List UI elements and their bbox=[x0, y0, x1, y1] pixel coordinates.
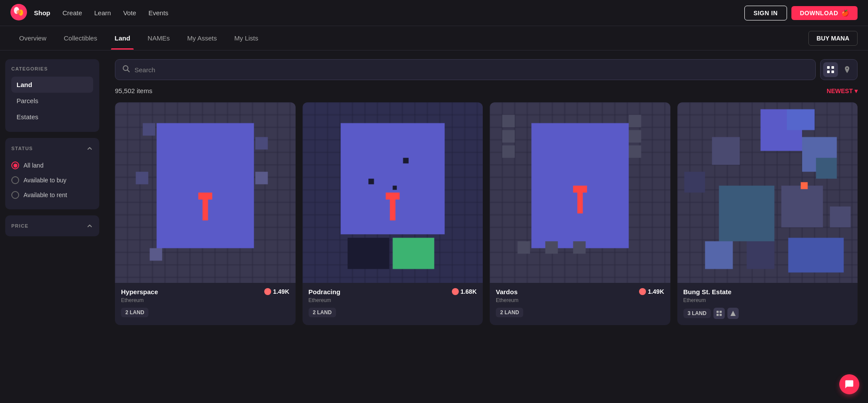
subnav-overview[interactable]: Overview bbox=[10, 27, 55, 50]
results-meta: 95,502 items NEWEST ▾ bbox=[115, 87, 858, 94]
card-badges-vardos: 2 LAND bbox=[496, 308, 664, 317]
mana-icon-podracing bbox=[452, 288, 459, 295]
card-body-hyperspace: Hyperspace 1.49K Ethereum 2 LAND bbox=[115, 283, 296, 323]
card-chain-hyperspace: Ethereum bbox=[121, 297, 289, 303]
mana-icon-hyperspace bbox=[264, 288, 271, 295]
card-name-vardos: Vardos bbox=[496, 288, 518, 296]
buy-mana-button[interactable]: BUY MANA bbox=[808, 31, 858, 46]
card-body-bung: Bung St. Estate Ethereum 3 LAND bbox=[677, 283, 858, 325]
card-name-bung: Bung St. Estate bbox=[683, 288, 732, 296]
subnav-land[interactable]: Land bbox=[106, 27, 139, 50]
subnav-names[interactable]: NAMEs bbox=[139, 27, 178, 50]
svg-rect-6 bbox=[831, 66, 834, 69]
grid-icon bbox=[827, 66, 834, 74]
download-button[interactable]: DOWNLOAD 🍎 bbox=[791, 6, 858, 20]
card-price-value-podracing: 1.68K bbox=[461, 288, 477, 295]
card-img-vardos bbox=[490, 102, 670, 283]
mana-icon-vardos bbox=[639, 288, 646, 295]
price-chevron-icon bbox=[86, 222, 93, 229]
search-view-row bbox=[115, 59, 858, 80]
categories-section: CATEGORIES Land Parcels Estates bbox=[5, 59, 99, 132]
card-price-hyperspace: 1.49K bbox=[264, 288, 289, 295]
cards-grid: Hyperspace 1.49K Ethereum 2 LAND bbox=[115, 102, 858, 325]
svg-rect-7 bbox=[827, 71, 830, 73]
subnav-collectibles[interactable]: Collectibles bbox=[55, 27, 106, 50]
radio-all-land bbox=[11, 161, 19, 169]
card-price-value-hyperspace: 1.49K bbox=[273, 288, 289, 295]
badge-land-bung: 3 LAND bbox=[683, 309, 711, 318]
map-canvas-vardos bbox=[490, 102, 670, 283]
card-title-row-vardos: Vardos 1.49K bbox=[496, 288, 664, 296]
card-price-podracing: 1.68K bbox=[452, 288, 477, 295]
sidebar: CATEGORIES Land Parcels Estates STATUS A… bbox=[0, 50, 104, 403]
badge-icon1-svg bbox=[716, 310, 722, 316]
svg-rect-5 bbox=[827, 66, 830, 69]
map-view-button[interactable] bbox=[840, 62, 855, 77]
content-area: 95,502 items NEWEST ▾ Hyperspace 1.4 bbox=[104, 50, 868, 403]
item-count: 95,502 items bbox=[115, 87, 152, 94]
svg-rect-9 bbox=[717, 311, 719, 313]
card-title-row-podracing: Podracing 1.68K bbox=[309, 288, 477, 296]
card-price-vardos: 1.49K bbox=[639, 288, 664, 295]
subnav-left: Overview Collectibles Land NAMEs My Asse… bbox=[10, 27, 808, 50]
category-land[interactable]: Land bbox=[11, 77, 93, 93]
top-nav: Shop Create Learn Vote Events SIGN IN DO… bbox=[0, 0, 868, 26]
nav-right: SIGN IN DOWNLOAD 🍎 bbox=[744, 6, 858, 20]
sort-label: NEWEST bbox=[827, 87, 853, 94]
nav-create[interactable]: Create bbox=[63, 9, 82, 17]
badge-icon1-bung bbox=[713, 308, 725, 319]
download-label: DOWNLOAD bbox=[800, 10, 838, 17]
nav-events[interactable]: Events bbox=[148, 9, 168, 17]
signin-button[interactable]: SIGN IN bbox=[744, 6, 787, 20]
card-name-hyperspace: Hyperspace bbox=[121, 288, 158, 296]
card-img-hyperspace bbox=[115, 102, 296, 283]
card-chain-vardos: Ethereum bbox=[496, 297, 664, 303]
card-podracing[interactable]: Podracing 1.68K Ethereum 2 LAND bbox=[303, 102, 483, 325]
status-all-land[interactable]: All land bbox=[11, 158, 93, 173]
nav-vote[interactable]: Vote bbox=[123, 9, 136, 17]
svg-rect-8 bbox=[831, 71, 834, 73]
search-bar bbox=[115, 59, 816, 80]
chat-button[interactable] bbox=[839, 374, 859, 394]
card-badges-hyperspace: 2 LAND bbox=[121, 308, 289, 317]
search-icon bbox=[122, 65, 130, 74]
category-estates[interactable]: Estates bbox=[11, 109, 93, 125]
status-available-buy[interactable]: Available to buy bbox=[11, 173, 93, 188]
view-toggle bbox=[820, 59, 858, 80]
nav-learn[interactable]: Learn bbox=[94, 9, 111, 17]
card-name-podracing: Podracing bbox=[309, 288, 340, 296]
subnav-my-assets[interactable]: My Assets bbox=[178, 27, 225, 50]
subnav-my-lists[interactable]: My Lists bbox=[225, 27, 267, 50]
card-hyperspace[interactable]: Hyperspace 1.49K Ethereum 2 LAND bbox=[115, 102, 296, 325]
badge-icon2-svg bbox=[730, 310, 736, 316]
price-title: PRICE bbox=[11, 223, 29, 228]
status-title: STATUS bbox=[11, 146, 33, 151]
sort-dropdown[interactable]: NEWEST ▾ bbox=[827, 87, 858, 94]
card-body-vardos: Vardos 1.49K Ethereum 2 LAND bbox=[490, 283, 670, 323]
card-title-row-bung: Bung St. Estate bbox=[683, 288, 852, 296]
status-section: STATUS All land Available to buy Availab… bbox=[5, 138, 99, 209]
status-all-label: All land bbox=[24, 162, 44, 169]
main-layout: CATEGORIES Land Parcels Estates STATUS A… bbox=[0, 50, 868, 403]
svg-point-3 bbox=[17, 10, 21, 14]
price-header: PRICE bbox=[11, 222, 93, 229]
categories-title: CATEGORIES bbox=[11, 66, 93, 71]
status-header: STATUS bbox=[11, 145, 93, 152]
card-title-row-hyperspace: Hyperspace 1.49K bbox=[121, 288, 289, 296]
logo[interactable] bbox=[10, 4, 34, 22]
apple-icon: 🍎 bbox=[841, 10, 849, 17]
nav-shop[interactable]: Shop bbox=[34, 9, 50, 17]
search-input[interactable] bbox=[135, 66, 808, 74]
map-canvas-hyperspace bbox=[115, 102, 296, 283]
card-vardos[interactable]: Vardos 1.49K Ethereum 2 LAND bbox=[490, 102, 670, 325]
sub-nav: Overview Collectibles Land NAMEs My Asse… bbox=[0, 26, 868, 50]
badge-icon2-bung bbox=[727, 308, 739, 319]
radio-rent bbox=[11, 191, 19, 199]
category-parcels[interactable]: Parcels bbox=[11, 93, 93, 109]
status-rent-label: Available to rent bbox=[24, 191, 67, 198]
card-bung[interactable]: Bung St. Estate Ethereum 3 LAND bbox=[677, 102, 858, 325]
status-available-rent[interactable]: Available to rent bbox=[11, 188, 93, 202]
card-chain-podracing: Ethereum bbox=[309, 297, 477, 303]
grid-view-button[interactable] bbox=[823, 62, 838, 77]
badge-land-hyperspace: 2 LAND bbox=[121, 308, 148, 317]
